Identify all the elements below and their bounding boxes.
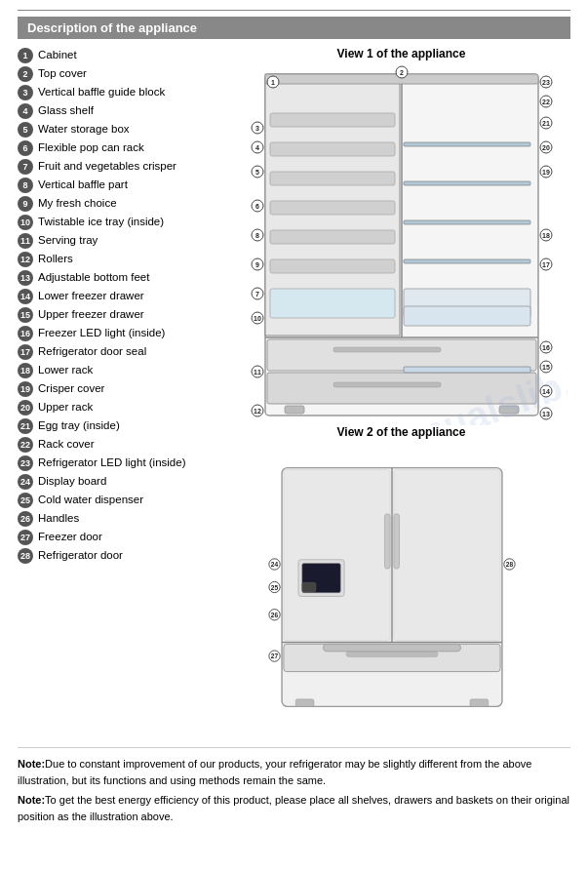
svg-rect-9 (270, 259, 395, 273)
list-item: 22Rack cover (18, 436, 228, 453)
svg-text:18: 18 (542, 232, 550, 239)
item-label: Refrigerator LED light (inside) (38, 455, 185, 470)
parts-list: 1Cabinet2Top cover3Vertical baffle guide… (18, 47, 232, 733)
item-number: 23 (18, 455, 33, 471)
item-label: Refrigerator door seal (38, 343, 146, 359)
svg-text:4: 4 (255, 144, 259, 151)
svg-rect-85 (323, 644, 460, 652)
list-item: 24Display board (18, 473, 228, 490)
item-number: 6 (18, 140, 33, 156)
svg-text:2: 2 (400, 69, 404, 76)
list-item: 3Vertical baffle guide block (18, 84, 228, 100)
svg-text:6: 6 (255, 203, 259, 210)
item-number: 21 (18, 418, 33, 434)
item-label: Water storage box (38, 121, 130, 137)
svg-rect-23 (285, 406, 304, 414)
notes-section: Note:Due to constant improvement of our … (18, 747, 570, 824)
item-number: 11 (18, 233, 33, 249)
svg-text:5: 5 (255, 169, 259, 176)
item-label: Rack cover (38, 436, 95, 452)
list-item: 27Freezer door (18, 529, 228, 545)
list-item: 19Crisper cover (18, 380, 228, 397)
list-item: 13Adjustable bottom feet (18, 269, 228, 286)
list-item: 2Top cover (18, 65, 228, 82)
item-label: Serving tray (38, 232, 98, 248)
svg-text:13: 13 (542, 411, 550, 417)
svg-rect-6 (270, 172, 395, 185)
svg-rect-87 (470, 699, 489, 707)
svg-text:22: 22 (542, 99, 550, 105)
svg-rect-12 (404, 181, 530, 185)
list-item: 14Lower freezer drawer (18, 288, 228, 304)
svg-rect-7 (270, 201, 395, 215)
item-number: 26 (18, 511, 33, 527)
svg-rect-25 (404, 367, 530, 373)
list-item: 23Refrigerator LED light (inside) (18, 455, 228, 471)
item-number: 18 (18, 363, 33, 378)
item-label: Crisper cover (38, 380, 104, 396)
item-number: 22 (18, 437, 33, 453)
svg-rect-14 (404, 259, 530, 263)
svg-text:3: 3 (255, 125, 259, 132)
diagram2: 24 25 26 27 28 (236, 451, 568, 733)
svg-text:27: 27 (270, 653, 278, 659)
item-label: Flexible pop can rack (38, 139, 144, 155)
item-label: Adjustable bottom feet (38, 269, 149, 285)
list-item: 28Refrigerator door (18, 547, 228, 564)
item-label: Fruit and vegetables crisper (38, 158, 176, 174)
svg-rect-4 (270, 113, 395, 127)
svg-text:17: 17 (542, 261, 550, 268)
item-label: Display board (38, 473, 106, 489)
svg-rect-79 (393, 514, 399, 569)
item-label: Cabinet (38, 47, 77, 62)
item-number: 14 (18, 289, 33, 304)
item-label: Handles (38, 510, 79, 526)
item-label: Lower freezer drawer (38, 288, 144, 303)
svg-rect-84 (345, 652, 437, 657)
item-number: 24 (18, 474, 33, 490)
fridge-view2-svg: 24 25 26 27 28 (236, 451, 548, 724)
page: Description of the appliance 1Cabinet2To… (0, 0, 588, 838)
list-item: 18Lower rack (18, 362, 228, 378)
note-paragraph: Note:Due to constant improvement of our … (18, 756, 570, 788)
section-header: Description of the appliance (18, 17, 570, 39)
content-area: 1Cabinet2Top cover3Vertical baffle guide… (18, 47, 570, 733)
svg-text:16: 16 (542, 344, 550, 351)
svg-rect-78 (384, 514, 390, 569)
svg-text:14: 14 (542, 388, 550, 395)
svg-text:23: 23 (542, 79, 550, 86)
item-number: 20 (18, 400, 33, 416)
svg-rect-20 (333, 347, 441, 352)
item-number: 25 (18, 493, 33, 508)
list-item: 4Glass shelf (18, 102, 228, 119)
list-item: 5Water storage box (18, 121, 228, 138)
svg-text:1: 1 (271, 79, 275, 86)
svg-rect-22 (333, 382, 441, 387)
item-number: 28 (18, 548, 33, 564)
item-number: 9 (18, 196, 33, 212)
svg-text:15: 15 (542, 364, 550, 371)
top-divider (18, 10, 570, 11)
list-item: 1Cabinet (18, 47, 228, 63)
item-number: 10 (18, 215, 33, 230)
svg-rect-10 (270, 289, 395, 318)
list-item: 11Serving tray (18, 232, 228, 249)
svg-text:7: 7 (255, 291, 259, 297)
svg-rect-86 (295, 699, 314, 707)
view1-title: View 1 of the appliance (337, 47, 466, 60)
item-label: Top cover (38, 65, 87, 81)
item-number: 17 (18, 344, 33, 360)
item-number: 2 (18, 66, 33, 82)
item-number: 5 (18, 122, 33, 138)
item-number: 4 (18, 103, 33, 119)
list-item: 8Vertical baffle part (18, 177, 228, 193)
svg-text:10: 10 (254, 315, 261, 322)
svg-text:20: 20 (542, 144, 550, 151)
svg-rect-19 (267, 339, 536, 371)
item-label: Cold water dispenser (38, 492, 143, 507)
svg-text:8: 8 (255, 232, 259, 239)
item-label: Egg tray (inside) (38, 417, 120, 433)
list-item: 20Upper rack (18, 399, 228, 416)
item-number: 16 (18, 326, 33, 341)
item-label: Twistable ice tray (inside) (38, 214, 164, 229)
